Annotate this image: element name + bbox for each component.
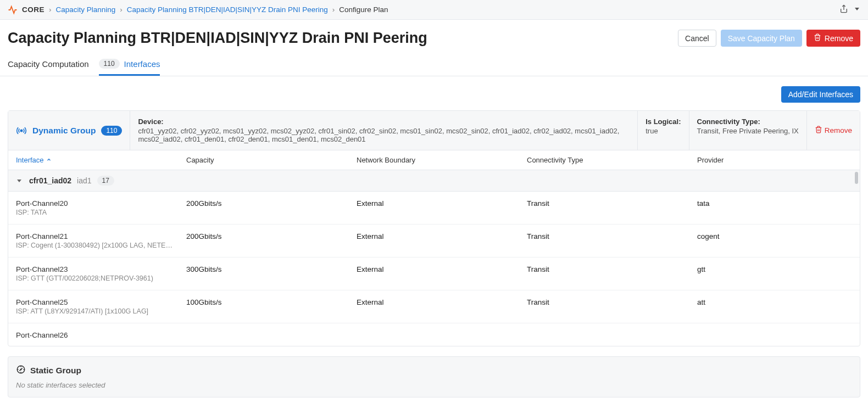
cell-capacity: 300Gbits/s — [186, 265, 357, 282]
cell-interface: Port-Channel26 — [16, 331, 186, 340]
page-title: Capacity Planning BTR|DEN|IAD|SIN|YYZ Dr… — [8, 30, 427, 47]
interface-desc: ISP: TATA — [16, 209, 175, 216]
logical-value: true — [646, 127, 681, 135]
cell-boundary: External — [357, 232, 527, 249]
save-button: Save Capacity Plan — [721, 30, 802, 47]
breadcrumb: CORE › Capacity Planning › Capacity Plan… — [8, 5, 388, 15]
device-value: cfr01_yyz02, cfr02_yyz02, mcs01_yyz02, m… — [138, 127, 630, 143]
group-count-badge: 110 — [101, 126, 122, 136]
col-capacity[interactable]: Capacity — [186, 156, 357, 164]
trash-icon — [815, 126, 822, 135]
cell-boundary — [357, 331, 527, 340]
cancel-button[interactable]: Cancel — [678, 30, 716, 47]
tab-capacity-computation[interactable]: Capacity Computation — [8, 59, 89, 76]
interface-name: Port-Channel25 — [16, 298, 186, 306]
cell-provider — [697, 331, 852, 340]
header-buttons: Cancel Save Capacity Plan Remove — [678, 30, 860, 47]
connectivity-value: Transit, Free Private Peering, IX — [697, 127, 799, 135]
breadcrumb-link-capacity-planning[interactable]: Capacity Planning — [56, 5, 116, 14]
static-group-title-row: Static Group — [16, 365, 852, 377]
static-group-panel: Static Group No static interfaces select… — [8, 356, 860, 397]
static-group-title: Static Group — [30, 366, 81, 376]
remove-button[interactable]: Remove — [806, 30, 860, 47]
svg-marker-3 — [17, 180, 21, 182]
table-row[interactable]: Port-Channel21 ISP: Cogent (1-300380492)… — [8, 225, 860, 257]
device-filter-cell: Device: cfr01_yyz02, cfr02_yyz02, mcs01_… — [130, 111, 637, 150]
tab-label: Interfaces — [124, 59, 160, 69]
interface-desc: ISP: Cogent (1-300380492) [2x100G LAG, N… — [16, 242, 175, 249]
group-row-count: 17 — [97, 176, 114, 186]
table-scroll-area[interactable]: cfr01_iad02 iad1 17 Port-Channel20 ISP: … — [8, 170, 860, 346]
table-row[interactable]: Port-Channel23 ISP: GTT (GTT/002206028;N… — [8, 257, 860, 290]
static-group-empty: No static interfaces selected — [16, 381, 852, 389]
cell-boundary: External — [357, 265, 527, 282]
logical-label: Is Logical: — [646, 117, 681, 126]
cell-capacity — [186, 331, 357, 340]
group-title: Dynamic Group — [32, 126, 96, 136]
cell-interface: Port-Channel20 ISP: TATA — [16, 199, 186, 216]
cell-boundary: External — [357, 199, 527, 216]
cell-interface: Port-Channel25 ISP: ATT (L8YX/929147/ATI… — [16, 298, 186, 315]
remove-cell: Remove — [806, 111, 860, 150]
cell-interface: Port-Channel21 ISP: Cogent (1-300380492)… — [16, 232, 186, 249]
device-label: Device: — [138, 117, 163, 126]
cell-provider: gtt — [697, 265, 852, 282]
cell-connectivity: Transit — [527, 298, 697, 315]
group-row-sub: iad1 — [77, 176, 91, 185]
remove-group-label: Remove — [825, 126, 852, 135]
col-provider[interactable]: Provider — [697, 156, 852, 164]
cell-capacity: 100Gbits/s — [186, 298, 357, 315]
interface-name: Port-Channel23 — [16, 265, 186, 273]
tab-interfaces[interactable]: 110 Interfaces — [99, 59, 160, 76]
chevron-right-icon: › — [332, 5, 335, 14]
share-icon[interactable] — [839, 4, 848, 15]
remove-group-button[interactable]: Remove — [815, 126, 852, 135]
add-edit-interfaces-button[interactable]: Add/Edit Interfaces — [781, 86, 860, 103]
breadcrumb-link-plan[interactable]: Capacity Planning BTR|DEN|IAD|SIN|YYZ Dr… — [127, 5, 328, 14]
svg-point-2 — [20, 130, 22, 131]
panel-header: Dynamic Group 110 Device: cfr01_yyz02, c… — [8, 111, 860, 150]
sort-asc-icon — [46, 156, 52, 164]
cell-provider: att — [697, 298, 852, 315]
group-row-name: cfr01_iad02 — [29, 176, 71, 185]
dropdown-caret-icon[interactable] — [854, 4, 860, 15]
top-actions — [839, 4, 860, 15]
remove-button-label: Remove — [825, 34, 853, 43]
cell-connectivity — [527, 331, 697, 340]
table-row[interactable]: Port-Channel25 ISP: ATT (L8YX/929147/ATI… — [8, 290, 860, 323]
toolbar: Add/Edit Interfaces — [0, 76, 868, 110]
cell-interface: Port-Channel23 ISP: GTT (GTT/002206028;N… — [16, 265, 186, 282]
top-bar: CORE › Capacity Planning › Capacity Plan… — [0, 0, 868, 20]
cell-connectivity: Transit — [527, 265, 697, 282]
cell-boundary: External — [357, 298, 527, 315]
interface-desc: ISP: GTT (GTT/002206028;NETPROV-3961) — [16, 274, 175, 282]
table-row[interactable]: Port-Channel26 — [8, 323, 860, 346]
cell-provider: cogent — [697, 232, 852, 249]
cell-capacity: 200Gbits/s — [186, 199, 357, 216]
col-label: Interface — [16, 156, 44, 164]
device-group-row[interactable]: cfr01_iad02 iad1 17 — [8, 170, 860, 192]
connectivity-label: Connectivity Type: — [697, 117, 760, 126]
tab-label: Capacity Computation — [8, 59, 89, 69]
caret-down-icon[interactable] — [16, 177, 24, 184]
col-interface[interactable]: Interface — [16, 156, 186, 164]
scrollbar-thumb[interactable] — [855, 172, 858, 184]
cell-capacity: 200Gbits/s — [186, 232, 357, 249]
cell-connectivity: Transit — [527, 199, 697, 216]
chevron-right-icon: › — [120, 5, 123, 14]
breadcrumb-current: Configure Plan — [339, 5, 388, 14]
col-connectivity[interactable]: Connectivity Type — [527, 156, 697, 164]
group-title-cell: Dynamic Group 110 — [8, 111, 130, 150]
col-boundary[interactable]: Network Boundary — [357, 156, 527, 164]
chevron-right-icon: › — [49, 5, 52, 14]
table-header: Interface Capacity Network Boundary Conn… — [8, 150, 860, 170]
svg-marker-1 — [855, 8, 859, 10]
tabs: Capacity Computation 110 Interfaces — [0, 47, 868, 76]
cell-provider: tata — [697, 199, 852, 216]
table-row[interactable]: Port-Channel20 ISP: TATA 200Gbits/s Exte… — [8, 192, 860, 225]
trash-icon — [814, 33, 821, 43]
interface-desc: ISP: ATT (L8YX/929147/ATI) [1x100G LAG] — [16, 307, 175, 315]
interface-name: Port-Channel20 — [16, 199, 186, 208]
target-icon — [16, 365, 26, 377]
logo-icon — [8, 5, 18, 15]
